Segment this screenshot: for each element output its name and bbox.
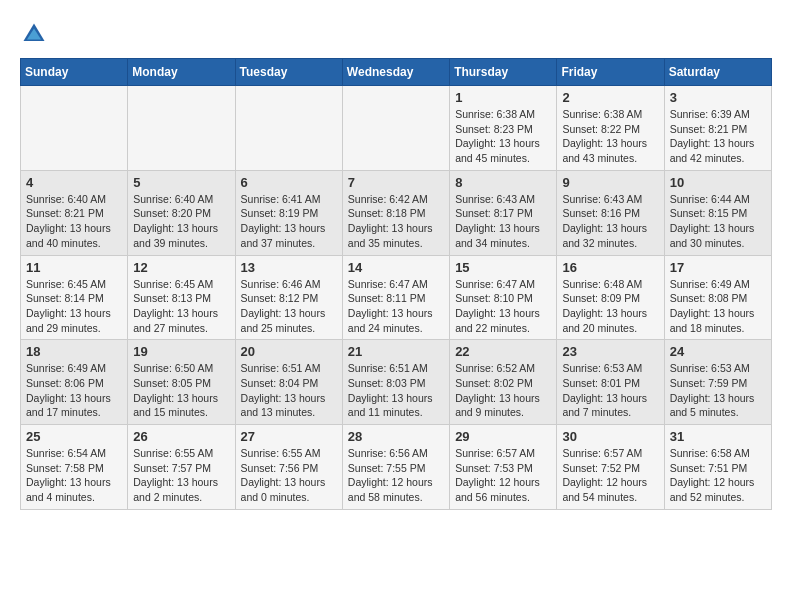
calendar-cell: 7Sunrise: 6:42 AM Sunset: 8:18 PM Daylig… <box>342 170 449 255</box>
day-number: 21 <box>348 344 444 359</box>
calendar-cell: 4Sunrise: 6:40 AM Sunset: 8:21 PM Daylig… <box>21 170 128 255</box>
day-number: 8 <box>455 175 551 190</box>
cell-text: Sunrise: 6:54 AM Sunset: 7:58 PM Dayligh… <box>26 446 122 505</box>
calendar-cell: 13Sunrise: 6:46 AM Sunset: 8:12 PM Dayli… <box>235 255 342 340</box>
cell-text: Sunrise: 6:56 AM Sunset: 7:55 PM Dayligh… <box>348 446 444 505</box>
calendar-cell: 19Sunrise: 6:50 AM Sunset: 8:05 PM Dayli… <box>128 340 235 425</box>
day-number: 6 <box>241 175 337 190</box>
day-number: 5 <box>133 175 229 190</box>
calendar-cell <box>235 86 342 171</box>
day-number: 25 <box>26 429 122 444</box>
day-number: 18 <box>26 344 122 359</box>
calendar-body: 1Sunrise: 6:38 AM Sunset: 8:23 PM Daylig… <box>21 86 772 510</box>
day-number: 20 <box>241 344 337 359</box>
day-number: 26 <box>133 429 229 444</box>
calendar-cell: 20Sunrise: 6:51 AM Sunset: 8:04 PM Dayli… <box>235 340 342 425</box>
calendar-cell: 28Sunrise: 6:56 AM Sunset: 7:55 PM Dayli… <box>342 425 449 510</box>
calendar-cell: 26Sunrise: 6:55 AM Sunset: 7:57 PM Dayli… <box>128 425 235 510</box>
cell-text: Sunrise: 6:45 AM Sunset: 8:14 PM Dayligh… <box>26 277 122 336</box>
cell-text: Sunrise: 6:47 AM Sunset: 8:10 PM Dayligh… <box>455 277 551 336</box>
day-number: 11 <box>26 260 122 275</box>
day-number: 9 <box>562 175 658 190</box>
calendar-table: SundayMondayTuesdayWednesdayThursdayFrid… <box>20 58 772 510</box>
day-number: 27 <box>241 429 337 444</box>
cell-text: Sunrise: 6:43 AM Sunset: 8:17 PM Dayligh… <box>455 192 551 251</box>
header-sunday: Sunday <box>21 59 128 86</box>
calendar-cell: 8Sunrise: 6:43 AM Sunset: 8:17 PM Daylig… <box>450 170 557 255</box>
header-row: SundayMondayTuesdayWednesdayThursdayFrid… <box>21 59 772 86</box>
day-number: 19 <box>133 344 229 359</box>
day-number: 29 <box>455 429 551 444</box>
cell-text: Sunrise: 6:49 AM Sunset: 8:06 PM Dayligh… <box>26 361 122 420</box>
calendar-cell: 2Sunrise: 6:38 AM Sunset: 8:22 PM Daylig… <box>557 86 664 171</box>
calendar-cell: 11Sunrise: 6:45 AM Sunset: 8:14 PM Dayli… <box>21 255 128 340</box>
cell-text: Sunrise: 6:38 AM Sunset: 8:22 PM Dayligh… <box>562 107 658 166</box>
cell-text: Sunrise: 6:43 AM Sunset: 8:16 PM Dayligh… <box>562 192 658 251</box>
cell-text: Sunrise: 6:48 AM Sunset: 8:09 PM Dayligh… <box>562 277 658 336</box>
week-row-4: 18Sunrise: 6:49 AM Sunset: 8:06 PM Dayli… <box>21 340 772 425</box>
cell-text: Sunrise: 6:47 AM Sunset: 8:11 PM Dayligh… <box>348 277 444 336</box>
calendar-cell: 23Sunrise: 6:53 AM Sunset: 8:01 PM Dayli… <box>557 340 664 425</box>
day-number: 1 <box>455 90 551 105</box>
cell-text: Sunrise: 6:51 AM Sunset: 8:03 PM Dayligh… <box>348 361 444 420</box>
day-number: 24 <box>670 344 766 359</box>
cell-text: Sunrise: 6:41 AM Sunset: 8:19 PM Dayligh… <box>241 192 337 251</box>
cell-text: Sunrise: 6:42 AM Sunset: 8:18 PM Dayligh… <box>348 192 444 251</box>
cell-text: Sunrise: 6:39 AM Sunset: 8:21 PM Dayligh… <box>670 107 766 166</box>
logo-icon <box>20 20 48 48</box>
calendar-cell <box>128 86 235 171</box>
calendar-cell <box>342 86 449 171</box>
day-number: 7 <box>348 175 444 190</box>
calendar-cell: 5Sunrise: 6:40 AM Sunset: 8:20 PM Daylig… <box>128 170 235 255</box>
page-header <box>20 20 772 48</box>
calendar-cell <box>21 86 128 171</box>
day-number: 31 <box>670 429 766 444</box>
calendar-cell: 27Sunrise: 6:55 AM Sunset: 7:56 PM Dayli… <box>235 425 342 510</box>
logo <box>20 20 52 48</box>
calendar-header: SundayMondayTuesdayWednesdayThursdayFrid… <box>21 59 772 86</box>
cell-text: Sunrise: 6:55 AM Sunset: 7:56 PM Dayligh… <box>241 446 337 505</box>
calendar-cell: 31Sunrise: 6:58 AM Sunset: 7:51 PM Dayli… <box>664 425 771 510</box>
cell-text: Sunrise: 6:44 AM Sunset: 8:15 PM Dayligh… <box>670 192 766 251</box>
header-saturday: Saturday <box>664 59 771 86</box>
calendar-cell: 10Sunrise: 6:44 AM Sunset: 8:15 PM Dayli… <box>664 170 771 255</box>
calendar-cell: 12Sunrise: 6:45 AM Sunset: 8:13 PM Dayli… <box>128 255 235 340</box>
cell-text: Sunrise: 6:49 AM Sunset: 8:08 PM Dayligh… <box>670 277 766 336</box>
calendar-cell: 24Sunrise: 6:53 AM Sunset: 7:59 PM Dayli… <box>664 340 771 425</box>
day-number: 22 <box>455 344 551 359</box>
header-wednesday: Wednesday <box>342 59 449 86</box>
calendar-cell: 16Sunrise: 6:48 AM Sunset: 8:09 PM Dayli… <box>557 255 664 340</box>
calendar-cell: 21Sunrise: 6:51 AM Sunset: 8:03 PM Dayli… <box>342 340 449 425</box>
calendar-cell: 22Sunrise: 6:52 AM Sunset: 8:02 PM Dayli… <box>450 340 557 425</box>
cell-text: Sunrise: 6:52 AM Sunset: 8:02 PM Dayligh… <box>455 361 551 420</box>
cell-text: Sunrise: 6:53 AM Sunset: 8:01 PM Dayligh… <box>562 361 658 420</box>
calendar-cell: 14Sunrise: 6:47 AM Sunset: 8:11 PM Dayli… <box>342 255 449 340</box>
cell-text: Sunrise: 6:38 AM Sunset: 8:23 PM Dayligh… <box>455 107 551 166</box>
calendar-cell: 1Sunrise: 6:38 AM Sunset: 8:23 PM Daylig… <box>450 86 557 171</box>
day-number: 15 <box>455 260 551 275</box>
cell-text: Sunrise: 6:51 AM Sunset: 8:04 PM Dayligh… <box>241 361 337 420</box>
cell-text: Sunrise: 6:57 AM Sunset: 7:53 PM Dayligh… <box>455 446 551 505</box>
header-thursday: Thursday <box>450 59 557 86</box>
day-number: 2 <box>562 90 658 105</box>
day-number: 30 <box>562 429 658 444</box>
header-friday: Friday <box>557 59 664 86</box>
cell-text: Sunrise: 6:55 AM Sunset: 7:57 PM Dayligh… <box>133 446 229 505</box>
calendar-cell: 15Sunrise: 6:47 AM Sunset: 8:10 PM Dayli… <box>450 255 557 340</box>
day-number: 28 <box>348 429 444 444</box>
calendar-cell: 17Sunrise: 6:49 AM Sunset: 8:08 PM Dayli… <box>664 255 771 340</box>
calendar-cell: 30Sunrise: 6:57 AM Sunset: 7:52 PM Dayli… <box>557 425 664 510</box>
week-row-1: 1Sunrise: 6:38 AM Sunset: 8:23 PM Daylig… <box>21 86 772 171</box>
day-number: 3 <box>670 90 766 105</box>
day-number: 10 <box>670 175 766 190</box>
day-number: 13 <box>241 260 337 275</box>
calendar-cell: 25Sunrise: 6:54 AM Sunset: 7:58 PM Dayli… <box>21 425 128 510</box>
day-number: 12 <box>133 260 229 275</box>
calendar-cell: 18Sunrise: 6:49 AM Sunset: 8:06 PM Dayli… <box>21 340 128 425</box>
day-number: 4 <box>26 175 122 190</box>
header-tuesday: Tuesday <box>235 59 342 86</box>
cell-text: Sunrise: 6:50 AM Sunset: 8:05 PM Dayligh… <box>133 361 229 420</box>
week-row-3: 11Sunrise: 6:45 AM Sunset: 8:14 PM Dayli… <box>21 255 772 340</box>
cell-text: Sunrise: 6:45 AM Sunset: 8:13 PM Dayligh… <box>133 277 229 336</box>
cell-text: Sunrise: 6:57 AM Sunset: 7:52 PM Dayligh… <box>562 446 658 505</box>
